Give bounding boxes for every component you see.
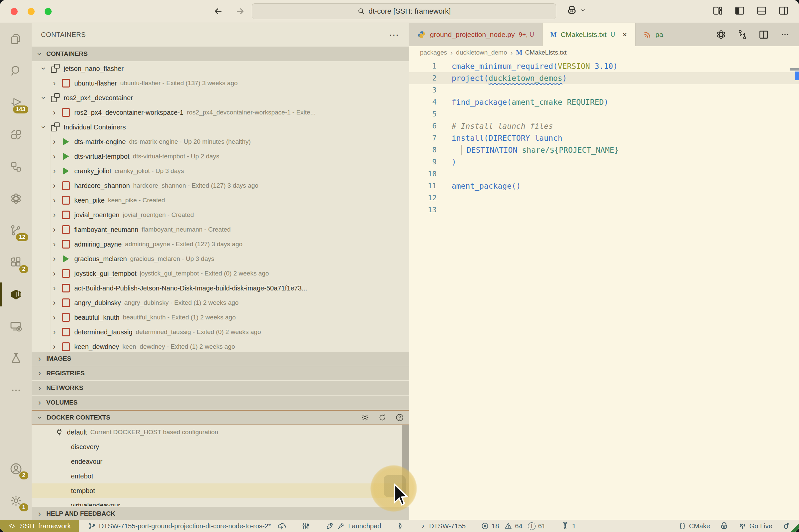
more-views-icon[interactable]	[0, 374, 32, 406]
container-tree-item[interactable]: › cranky_joliot cranky_joliot - Up 3 day…	[32, 164, 409, 178]
source-control-graph-icon[interactable]: 12	[0, 214, 32, 247]
settings-gear-icon[interactable]: 1	[0, 485, 32, 517]
remote-indicator[interactable]: SSH: framework	[0, 520, 79, 532]
close-tab-icon[interactable]: ×	[622, 30, 627, 39]
container-tree-item[interactable]: › beautiful_knuth beautiful_knuth - Exit…	[32, 310, 409, 325]
forward-arrow-icon[interactable]	[235, 6, 245, 16]
container-tree-item[interactable]: › flamboyant_neumann flamboyant_neumann …	[32, 222, 409, 237]
container-tree-item[interactable]: › dts-virtual-tempbot dts-virtual-tempbo…	[32, 149, 409, 164]
search-view-icon[interactable]	[0, 55, 32, 87]
copilot-status-icon[interactable]	[720, 521, 729, 531]
container-tree-item[interactable]: › Individual Containers	[32, 120, 409, 134]
collapsed-section-header[interactable]: › VOLUMES	[32, 395, 409, 410]
container-tree-item[interactable]: › ubuntu-flasher ubuntu-flasher - Exited…	[32, 76, 409, 91]
sidebar-more-actions-icon[interactable]: ⋯	[389, 29, 400, 41]
copilot-icon[interactable]	[566, 5, 578, 16]
extensions-icon[interactable]: 2	[0, 247, 32, 279]
container-tree-item[interactable]: › admiring_payne admiring_payne - Exited…	[32, 237, 409, 251]
task-status[interactable]: › DTSW-7155	[420, 522, 466, 530]
run-debug-icon[interactable]: 143	[0, 87, 32, 119]
remote-explorer-icon[interactable]	[0, 310, 32, 342]
breadcrumb[interactable]: packages › duckietown_demo › M CMakeList…	[409, 46, 799, 59]
docker-icon[interactable]	[0, 279, 32, 310]
extensions-badge: 2	[19, 265, 28, 273]
containers-section-header[interactable]: › CONTAINERS	[32, 46, 409, 61]
container-tree-item[interactable]: › ros2_px4_devcontainer-workspace-1 ros2…	[32, 105, 409, 120]
breadcrumb-root[interactable]: packages	[420, 49, 447, 56]
toggle-secondary-sidebar-icon[interactable]	[778, 5, 789, 16]
toggle-panel-icon[interactable]	[756, 5, 767, 16]
chevron-icon: ›	[39, 65, 48, 72]
contexts-settings-gear-icon[interactable]	[361, 413, 369, 422]
container-tree-item[interactable]: › jovial_roentgen jovial_roentgen - Crea…	[32, 208, 409, 222]
docker-context-item[interactable]: entebot	[32, 469, 409, 483]
breadcrumb-file[interactable]: M CMakeLists.txt	[516, 49, 566, 57]
docker-context-item[interactable]: tempbot	[32, 483, 409, 498]
container-tree-item[interactable]: › gracious_mclaren gracious_mclaren - Up…	[32, 251, 409, 266]
split-editor-icon[interactable]	[758, 29, 769, 40]
cmake-status[interactable]: CMake	[678, 522, 710, 530]
container-description: hardcore_shannon - Exited (127) 3 days a…	[133, 182, 258, 189]
collapsed-section-header[interactable]: › NETWORKS	[32, 380, 409, 395]
live-share-icon[interactable]	[0, 119, 32, 151]
command-center-search[interactable]: dt-core [SSH: framework]	[252, 3, 556, 19]
test-beaker-icon[interactable]	[0, 342, 32, 374]
line-number: 5	[409, 108, 437, 120]
chevron-icon: ›	[51, 196, 58, 205]
overview-ruler[interactable]	[790, 46, 799, 520]
contexts-help-icon[interactable]	[395, 413, 404, 422]
container-tree-item[interactable]: › ros2_px4_devcontainer	[32, 91, 409, 105]
docker-context-item[interactable]: discovery	[32, 439, 409, 454]
openai-icon[interactable]	[716, 29, 726, 40]
tab-package-xml[interactable]: pa	[635, 23, 673, 46]
toggle-primary-sidebar-icon[interactable]	[734, 5, 745, 16]
ports-status[interactable]: 1	[561, 522, 576, 530]
container-tree-item[interactable]: › joystick_gui_tempbot joystick_gui_temp…	[32, 266, 409, 281]
go-live-status[interactable]: Go Live	[738, 522, 773, 530]
container-state-icon	[61, 254, 71, 264]
container-tree-item[interactable]: › determined_taussig determined_taussig …	[32, 325, 409, 339]
tab-cmakelists[interactable]: M CMakeLists.txt U ×	[543, 23, 635, 46]
docker-context-item[interactable]: virtualendeavour	[32, 498, 409, 506]
explorer-icon[interactable]	[0, 23, 32, 55]
search-text: dt-core [SSH: framework]	[369, 7, 451, 16]
error-icon	[481, 522, 489, 530]
container-tree-item[interactable]: › act-Build-and-Publish-Jetson-Nano-Disk…	[32, 281, 409, 296]
section-label: REGISTRIES	[46, 369, 85, 377]
container-tree-item[interactable]: › angry_dubinsky angry_dubinsky - Exited…	[32, 296, 409, 310]
collapsed-section-header[interactable]: › REGISTRIES	[32, 366, 409, 380]
notifications-bell-icon[interactable]	[782, 522, 790, 530]
contexts-refresh-icon[interactable]	[378, 413, 387, 422]
minimize-window-button[interactable]	[28, 8, 35, 15]
git-branch-status[interactable]: DTSW-7155-port-ground-projection-dt-core…	[88, 522, 287, 530]
compare-changes-icon[interactable]	[737, 29, 748, 40]
openai-icon[interactable]	[0, 183, 32, 214]
accounts-icon[interactable]: 2	[0, 453, 32, 485]
tune-icon[interactable]	[302, 522, 310, 530]
code-editor[interactable]: 1 cmake_minimum_required(VERSION 3.10) 2…	[409, 59, 799, 216]
container-tree-item[interactable]: › keen_dewdney keen_dewdney - Exited (1)…	[32, 339, 409, 351]
container-tree-item[interactable]: › dts-matrix-engine dts-matrix-engine - …	[32, 134, 409, 149]
help-feedback-header[interactable]: › HELP AND FEEDBACK	[32, 506, 409, 520]
launchpad-status[interactable]: Launchpad	[325, 522, 381, 530]
hierarchy-icon[interactable]	[0, 151, 32, 183]
docker-context-item[interactable]: default Current DOCKER_HOST based config…	[32, 425, 409, 439]
tab-ground-projection-node[interactable]: ground_projection_node.py 9+, U	[409, 23, 543, 46]
docker-contexts-header[interactable]: › DOCKER CONTEXTS	[32, 410, 409, 425]
customize-layout-icon[interactable]	[712, 5, 723, 16]
container-tree-item[interactable]: › hardcore_shannon hardcore_shannon - Ex…	[32, 178, 409, 193]
person-icon[interactable]	[396, 522, 404, 530]
editor-more-actions-icon[interactable]	[780, 29, 790, 40]
problems-status[interactable]: 18 64 i 61	[481, 522, 546, 530]
docker-context-item[interactable]: endeavour	[32, 454, 409, 469]
breadcrumb-folder[interactable]: duckietown_demo	[456, 49, 507, 56]
container-tree-item[interactable]: › jetson_nano_flasher	[32, 61, 409, 76]
back-arrow-icon[interactable]	[213, 6, 223, 16]
close-window-button[interactable]	[11, 8, 18, 15]
maximize-window-button[interactable]	[44, 8, 52, 15]
sidebar-sections: › IMAGES › REGISTRIES › NETWORKS › VOLUM…	[32, 351, 409, 410]
section-label: DOCKER CONTEXTS	[47, 414, 110, 421]
cloud-upload-icon[interactable]	[277, 522, 286, 530]
collapsed-section-header[interactable]: › IMAGES	[32, 351, 409, 366]
container-tree-item[interactable]: › keen_pike keen_pike - Created	[32, 193, 409, 208]
